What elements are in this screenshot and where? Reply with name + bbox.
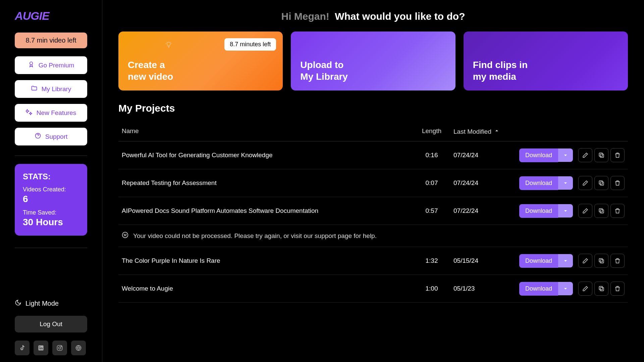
support-label: Support	[45, 133, 68, 140]
svg-rect-18	[599, 258, 602, 262]
lightbulb-icon	[165, 42, 172, 50]
edit-button[interactable]	[578, 282, 592, 296]
project-length: 1:32	[410, 257, 453, 264]
svg-rect-17	[600, 260, 604, 263]
svg-point-14	[122, 232, 128, 238]
svg-rect-11	[599, 181, 602, 184]
project-modified: 07/24/24	[453, 179, 514, 187]
svg-rect-20	[599, 286, 602, 290]
svg-rect-9	[599, 153, 602, 156]
videos-created-label: Videos Created:	[23, 186, 79, 193]
greeting-question: What would you like to do?	[335, 11, 465, 22]
sparkle-icon	[26, 109, 33, 117]
download-button[interactable]: Download	[519, 204, 558, 218]
svg-rect-13	[599, 208, 602, 212]
time-saved-value: 30 Hours	[23, 217, 79, 228]
project-length: 0:16	[410, 152, 453, 159]
project-row[interactable]: AIPowered Docs Sound Platform Automates …	[118, 197, 628, 225]
download-button[interactable]: Download	[519, 254, 558, 268]
project-name: Powerful AI Tool for Generating Customer…	[122, 152, 410, 159]
my-library-button[interactable]: My Library	[15, 80, 87, 98]
project-row[interactable]: Powerful AI Tool for Generating Customer…	[118, 141, 628, 169]
help-icon	[35, 132, 41, 141]
new-features-button[interactable]: New Features	[15, 104, 87, 122]
upload-library-card[interactable]: Upload to My Library	[291, 32, 455, 90]
stats-title: STATS:	[23, 172, 79, 181]
project-length: 0:07	[410, 179, 453, 187]
go-premium-button[interactable]: Go Premium	[15, 56, 87, 74]
svg-rect-19	[600, 288, 604, 291]
globe-icon[interactable]	[71, 341, 86, 355]
support-button[interactable]: Support	[15, 128, 87, 145]
svg-point-5	[59, 347, 61, 349]
videos-created-value: 6	[23, 194, 79, 204]
download-dropdown[interactable]	[558, 282, 573, 295]
download-button[interactable]: Download	[519, 148, 558, 162]
edit-button[interactable]	[578, 254, 592, 268]
create-video-card[interactable]: 8.7 minutes left Create a new video	[118, 32, 283, 90]
copy-button[interactable]	[594, 176, 608, 190]
social-row	[15, 341, 87, 355]
delete-button[interactable]	[610, 176, 625, 190]
find-card-title: Find clips in my media	[473, 59, 619, 82]
table-header: Name Length Last Modified	[118, 122, 628, 141]
delete-button[interactable]	[610, 148, 625, 162]
project-row[interactable]: The Color Purple In Nature Is Rare 1:32 …	[118, 247, 628, 275]
delete-button[interactable]	[610, 282, 625, 296]
divider	[15, 248, 87, 248]
logout-button[interactable]: Log Out	[15, 316, 87, 333]
col-modified-header[interactable]: Last Modified	[453, 127, 514, 136]
light-mode-toggle[interactable]: Light Mode	[15, 299, 87, 308]
download-button[interactable]: Download	[519, 176, 558, 190]
divider	[15, 156, 87, 156]
project-modified: 05/1/23	[453, 285, 514, 292]
copy-button[interactable]	[594, 282, 608, 296]
svg-rect-8	[600, 154, 604, 158]
project-length: 0:57	[410, 207, 453, 215]
edit-button[interactable]	[578, 176, 592, 190]
project-row[interactable]: Welcome to Augie 1:00 05/1/23 Download	[118, 275, 628, 303]
new-features-label: New Features	[37, 109, 76, 117]
action-cards: 8.7 minutes left Create a new video Uplo…	[118, 32, 628, 90]
sad-face-icon	[122, 232, 128, 240]
download-dropdown[interactable]	[558, 254, 573, 267]
delete-button[interactable]	[610, 254, 625, 268]
project-row[interactable]: Repeated Testing for Assessment 0:07 07/…	[118, 169, 628, 197]
col-name-header[interactable]: Name	[122, 127, 410, 136]
go-premium-label: Go Premium	[39, 62, 74, 69]
download-dropdown[interactable]	[558, 176, 573, 190]
download-dropdown[interactable]	[558, 204, 573, 218]
my-projects-title: My Projects	[118, 103, 628, 114]
copy-button[interactable]	[594, 204, 608, 218]
svg-point-15	[124, 234, 125, 235]
download-dropdown[interactable]	[558, 148, 573, 162]
col-length-header[interactable]: Length	[410, 127, 453, 136]
delete-button[interactable]	[610, 204, 625, 218]
moon-icon	[15, 299, 21, 308]
project-modified: 07/22/24	[453, 207, 514, 215]
download-button[interactable]: Download	[519, 282, 558, 296]
greeting-hi: Hi Megan!	[281, 11, 329, 22]
projects-body: Powerful AI Tool for Generating Customer…	[118, 141, 628, 303]
error-message: Your video could not be processed. Pleas…	[133, 232, 377, 240]
minutes-left-badge: 8.7 minutes left	[224, 38, 276, 51]
main-content: Hi Megan! What would you like to do? 8.7…	[102, 0, 644, 362]
svg-point-16	[126, 234, 126, 235]
project-name: The Color Purple In Nature Is Rare	[122, 257, 410, 264]
edit-button[interactable]	[578, 204, 592, 218]
svg-rect-12	[600, 210, 604, 213]
svg-point-3	[39, 346, 40, 347]
tiktok-icon[interactable]	[15, 341, 30, 355]
project-length: 1:00	[410, 285, 453, 292]
copy-button[interactable]	[594, 148, 608, 162]
instagram-icon[interactable]	[52, 341, 67, 355]
edit-button[interactable]	[578, 148, 592, 162]
brand-logo: AUGIE	[15, 9, 87, 22]
project-modified: 05/15/24	[453, 257, 514, 264]
linkedin-icon[interactable]	[34, 341, 48, 355]
copy-button[interactable]	[594, 254, 608, 268]
find-clips-card[interactable]: Find clips in my media	[464, 32, 628, 90]
my-library-label: My Library	[42, 85, 71, 93]
create-card-title: Create a new video	[128, 59, 273, 82]
folder-icon	[31, 85, 38, 93]
